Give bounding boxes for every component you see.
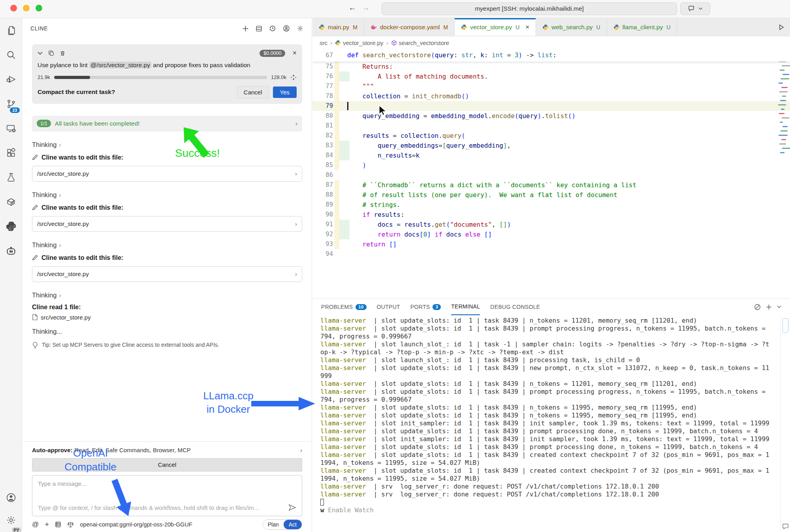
breadcrumb[interactable]: src› vector_store.py› search_vectorstore: [312, 36, 790, 49]
minimize-window-button[interactable]: [23, 5, 30, 11]
cline-icon[interactable]: [0, 239, 22, 263]
edited-line-decoration: [335, 121, 339, 131]
thinking-row[interactable]: Thinking›: [32, 191, 302, 199]
thinking-row[interactable]: Thinking›: [32, 141, 302, 149]
chevron-down-icon[interactable]: [777, 305, 781, 308]
compact-yes-button[interactable]: Yes: [273, 86, 297, 98]
read-file-row[interactable]: src/vector_store.py: [32, 314, 302, 321]
act-mode-button[interactable]: Act: [284, 520, 302, 529]
code-line: 81: [312, 121, 790, 131]
delete-task-icon[interactable]: [60, 50, 66, 56]
code-line: 89 # strings.: [312, 200, 790, 210]
extensions-icon[interactable]: [0, 141, 22, 165]
nav-forward-icon[interactable]: →: [360, 3, 371, 12]
panel-tab-debug-console[interactable]: DEBUG CONSOLE: [490, 299, 540, 315]
tab-llama_client.py[interactable]: llama_client.pyU: [607, 18, 677, 36]
terminal-line: llama-server | slot update_slots: id 1 |…: [320, 443, 771, 451]
terminal-scrollbar[interactable]: [782, 318, 788, 333]
code-text: Returns:: [347, 62, 393, 71]
mode-toggle: Plan Act: [263, 519, 302, 530]
annotation-llama: LLama.ccpin Docker: [193, 389, 264, 416]
file-mention[interactable]: @/src/vector_store.py: [89, 62, 151, 68]
thinking-label: Thinking: [32, 191, 56, 198]
code-text: # strings.: [347, 200, 401, 210]
tab-web_search.py[interactable]: web_search.pyU: [536, 18, 607, 36]
close-window-button[interactable]: [10, 5, 17, 11]
manage-gear-icon[interactable]: PY: [0, 508, 22, 532]
python-icon: [335, 40, 341, 46]
panel-tab-problems[interactable]: PROBLEMS10: [321, 299, 367, 315]
compact-context-icon[interactable]: [290, 74, 297, 81]
mcp-servers-icon[interactable]: [256, 25, 262, 32]
tab-git-badge: M: [444, 24, 448, 30]
terminal-prefix: llama-server: [320, 435, 366, 443]
edited-line-decoration: [335, 81, 339, 91]
search-icon[interactable]: [0, 43, 22, 67]
minimap[interactable]: [777, 49, 789, 167]
thinking-row[interactable]: Thinking›: [32, 291, 302, 299]
message-input[interactable]: Type a message... Type @ for context, / …: [32, 475, 302, 516]
run-debug-icon[interactable]: [0, 67, 22, 92]
python-icon[interactable]: [0, 214, 22, 239]
terminal-line: llama-server | slot update_slots: id 1 |…: [320, 467, 771, 483]
context-at-icon[interactable]: @: [32, 521, 39, 528]
line-number: 79: [312, 101, 333, 111]
edit-file-box[interactable]: /src/vector_store.py›: [32, 166, 302, 182]
code-text: # of result lists (one per query). We wa…: [347, 190, 617, 200]
edit-file-box[interactable]: /src/vector_store.py›: [32, 266, 302, 282]
gutter-decoration: [333, 180, 347, 190]
bottom-panel: PROBLEMS10OUTPUTPORTS3TERMINALDEBUG CONS…: [312, 298, 790, 532]
tab-vector_store.py[interactable]: vector_store.pyU×: [455, 18, 536, 36]
line-number: 85: [312, 160, 333, 170]
collapse-task-icon[interactable]: [38, 51, 43, 55]
panel-tab-terminal[interactable]: TERMINAL: [451, 299, 480, 315]
terminal-chat-icon[interactable]: [782, 523, 789, 530]
tasks-completed-row[interactable]: 1/1 All tasks have been completed! ›: [32, 116, 302, 132]
scales-icon[interactable]: [67, 521, 74, 528]
tab-main.py[interactable]: main.pyM: [312, 18, 364, 36]
new-terminal-icon[interactable]: [766, 304, 772, 310]
docker-icon[interactable]: [0, 190, 22, 214]
annotation-success: Success!: [175, 147, 220, 160]
clear-terminal-icon[interactable]: [754, 304, 761, 310]
watch-hint[interactable]: w Enable Watch: [320, 506, 771, 514]
settings-icon[interactable]: [297, 25, 304, 32]
explorer-icon[interactable]: [0, 18, 22, 43]
code-line: 92 return docs[0] if docs else []: [312, 229, 790, 239]
compact-cancel-button[interactable]: Cancel: [237, 86, 269, 98]
terminal-prefix: llama-server: [320, 467, 366, 474]
code-line: 76 A list of matching documents.: [312, 71, 790, 81]
thinking-row[interactable]: Thinking›: [32, 241, 302, 249]
panel-tab-output[interactable]: OUTPUT: [377, 299, 400, 315]
zoom-window-button[interactable]: [36, 5, 42, 11]
close-icon[interactable]: ×: [525, 23, 529, 31]
run-file-icon[interactable]: [773, 18, 790, 36]
remote-explorer-icon[interactable]: [0, 116, 22, 141]
panel-tab-ports[interactable]: PORTS3: [410, 299, 441, 315]
edit-file-box[interactable]: /src/vector_store.py›: [32, 216, 302, 232]
send-icon[interactable]: [288, 504, 296, 511]
new-task-icon[interactable]: [242, 25, 249, 32]
accounts-icon[interactable]: [0, 487, 22, 508]
minimap-mark: [779, 143, 786, 145]
minimap-mark: [779, 135, 788, 136]
add-icon[interactable]: +: [45, 520, 49, 529]
history-icon[interactable]: [269, 25, 276, 32]
account-icon[interactable]: [283, 25, 290, 32]
terminal-output[interactable]: llama-server | slot update_slots: id 1 |…: [320, 317, 771, 532]
command-center-search[interactable]: myexpert [SSH: mylocalai.mikhailidi.me]: [382, 2, 677, 15]
rules-stack-icon[interactable]: [55, 521, 61, 528]
minimap-mark: [780, 122, 783, 123]
model-selector[interactable]: openai-compat:ggml-org/gpt-oss-20b-GGUF: [80, 521, 192, 528]
plan-mode-button[interactable]: Plan: [263, 520, 284, 529]
source-control-icon[interactable]: 23: [0, 92, 22, 116]
tab-git-badge: M: [353, 24, 357, 30]
chat-actions[interactable]: [680, 2, 710, 15]
nav-back-icon[interactable]: ←: [347, 3, 358, 12]
close-task-icon[interactable]: ×: [292, 49, 297, 57]
tab-docker-compose.yaml[interactable]: docker-compose.yamlM: [364, 18, 455, 36]
testing-icon[interactable]: [0, 165, 22, 190]
copy-task-icon[interactable]: [48, 50, 54, 56]
code-editor[interactable]: 67def search_vectorstore(query: str, k: …: [312, 49, 790, 298]
line-number: 87: [312, 180, 333, 190]
